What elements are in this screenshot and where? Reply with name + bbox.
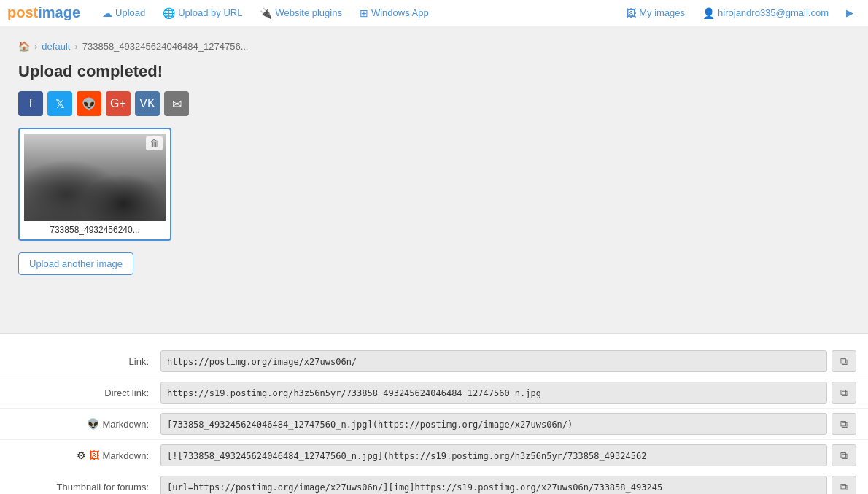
share-vk-button[interactable]: VK [135, 91, 160, 116]
link-label: ⚙🖼Markdown: [0, 449, 160, 461]
breadcrumb-default-label: default [42, 41, 70, 52]
share-googleplus-button[interactable]: G+ [106, 91, 131, 116]
twitter-icon: 𝕏 [55, 97, 65, 111]
link-label-text: Link: [129, 356, 149, 367]
share-twitter-button[interactable]: 𝕏 [47, 91, 72, 116]
link-row: ⚙🖼Markdown:[![733858_493245624046484_127… [0, 440, 868, 471]
copy-icon: ⧉ [840, 481, 848, 493]
link-row: Link:https://postimg.org/image/x27uws06n… [0, 346, 868, 377]
copy-icon: ⧉ [840, 387, 848, 399]
copy-link-button[interactable]: ⧉ [832, 350, 856, 372]
user-email-label: hirojandro335@gmail.com [718, 7, 829, 18]
link-label-text: Thumbnail for forums: [57, 482, 149, 493]
image-thumbnail[interactable]: 🗑 [24, 134, 166, 221]
upload-icon: ☁ [102, 7, 112, 19]
delete-image-icon[interactable]: 🗑 [146, 136, 163, 150]
globe-icon: 🌐 [163, 7, 175, 19]
main-content: 🏠 › default › 733858_493245624046484_127… [0, 26, 868, 333]
copy-link-button[interactable]: ⧉ [832, 476, 856, 494]
nav-upload-label: Upload [115, 7, 145, 18]
image-nav-icon: 🖼 [626, 7, 636, 19]
links-section: Link:https://postimg.org/image/x27uws06n… [0, 333, 868, 494]
breadcrumb-sep1: › [34, 41, 37, 52]
link-value[interactable]: [733858_493245624046484_12747560_n.jpg](… [160, 413, 827, 435]
link-row: 👽Markdown:[733858_493245624046484_127475… [0, 409, 868, 440]
breadcrumb-current: 733858_493245624046484_1274756... [82, 41, 249, 52]
nav-links: ☁ Upload 🌐 Upload by URL 🔌 Website plugi… [95, 0, 619, 26]
link-label-text: Markdown: [102, 419, 149, 430]
nav-windows-app-label: Windows App [371, 7, 429, 18]
image-filename: 733858_4932456240... [24, 225, 166, 235]
email-icon: ✉ [172, 97, 182, 111]
social-share: f 𝕏 👽 G+ VK ✉ [18, 91, 850, 116]
share-facebook-button[interactable]: f [18, 91, 43, 116]
nav-website-plugins[interactable]: 🔌 Website plugins [252, 0, 349, 26]
nav-website-plugins-label: Website plugins [275, 7, 342, 18]
link-label: Direct link: [0, 387, 160, 398]
link-row: Direct link:https://s19.postimg.org/h3z5… [0, 377, 868, 409]
copy-icon: ⧉ [840, 355, 848, 368]
nav-windows-app[interactable]: ⊞ Windows App [352, 0, 436, 26]
plugin-icon: 🔌 [260, 7, 272, 19]
more-icon: ▶ [846, 7, 853, 18]
brand-image: image [38, 4, 80, 21]
brand-logo[interactable]: postimage [7, 4, 80, 21]
nav-my-images[interactable]: 🖼 My images [619, 0, 692, 26]
home-icon: 🏠 [18, 41, 30, 52]
image-markdown-icon: 🖼 [89, 449, 99, 461]
reddit-icon: 👽 [82, 97, 96, 111]
share-email-button[interactable]: ✉ [164, 91, 189, 116]
nav-upload-url-label: Upload by URL [178, 7, 242, 18]
breadcrumb: 🏠 › default › 733858_493245624046484_127… [18, 41, 850, 52]
nav-upload-url[interactable]: 🌐 Upload by URL [155, 0, 249, 26]
link-label: Link: [0, 356, 160, 367]
photo-preview [24, 134, 166, 221]
link-label: Thumbnail for forums: [0, 482, 160, 493]
copy-link-button[interactable]: ⧉ [832, 413, 856, 435]
image-card-container: 🗑 733858_4932456240... [18, 128, 850, 241]
vk-icon: VK [139, 97, 155, 110]
github-icon: ⚙ [77, 449, 86, 461]
link-label-text: Direct link: [104, 387, 149, 398]
nav-right: 🖼 My images 👤 hirojandro335@gmail.com ▶ [619, 0, 861, 26]
nav-user-email[interactable]: 👤 hirojandro335@gmail.com [695, 0, 836, 26]
nav-upload[interactable]: ☁ Upload [95, 0, 152, 26]
navbar: postimage ☁ Upload 🌐 Upload by URL 🔌 Web… [0, 0, 868, 26]
link-value[interactable]: https://s19.postimg.org/h3z56n5yr/733858… [160, 382, 827, 404]
nav-more[interactable]: ▶ [839, 0, 861, 26]
nav-my-images-label: My images [639, 7, 685, 18]
brand-post: post [7, 4, 38, 21]
upload-another-button[interactable]: Upload another image [18, 252, 133, 275]
page-title: Upload completed! [18, 62, 850, 81]
share-reddit-button[interactable]: 👽 [77, 91, 101, 116]
copy-icon: ⧉ [840, 449, 848, 462]
breadcrumb-default[interactable]: default [42, 41, 70, 52]
breadcrumb-home[interactable]: 🏠 [18, 41, 30, 52]
facebook-icon: f [29, 97, 32, 110]
googleplus-icon: G+ [110, 97, 126, 110]
image-card: 🗑 733858_4932456240... [18, 128, 171, 241]
copy-icon: ⧉ [840, 418, 848, 431]
reddit-markdown-icon: 👽 [87, 418, 99, 430]
copy-link-button[interactable]: ⧉ [832, 444, 856, 466]
link-label-text: Markdown: [102, 450, 149, 461]
breadcrumb-sep2: › [74, 41, 77, 52]
link-value[interactable]: [![733858_493245624046484_12747560_n.jpg… [160, 444, 827, 466]
link-value[interactable]: https://postimg.org/image/x27uws06n/ [160, 350, 827, 372]
windows-icon: ⊞ [360, 7, 368, 19]
link-value[interactable]: [url=https://postimg.org/image/x27uws06n… [160, 476, 827, 494]
user-icon: 👤 [702, 7, 715, 19]
link-label: 👽Markdown: [0, 418, 160, 430]
copy-link-button[interactable]: ⧉ [832, 382, 856, 404]
link-row: Thumbnail for forums:[url=https://postim… [0, 471, 868, 494]
